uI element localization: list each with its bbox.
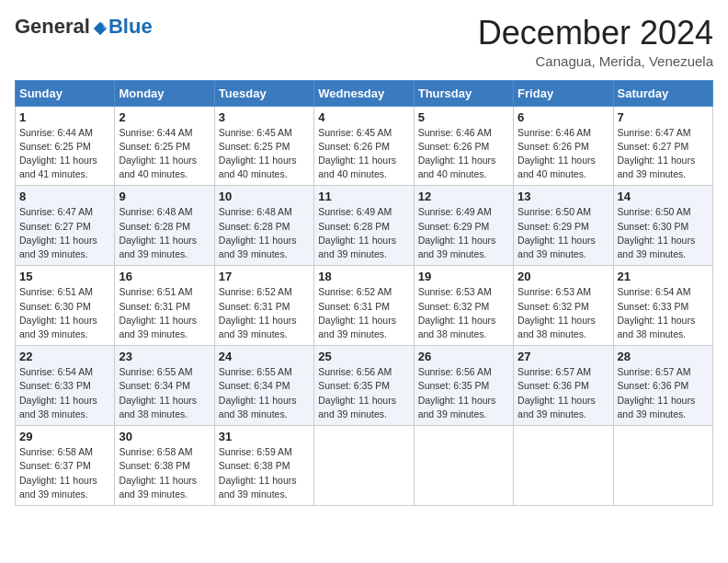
day-info: Sunrise: 6:49 AM Sunset: 6:29 PM Dayligh…	[418, 205, 509, 261]
calendar-week-row: 29Sunrise: 6:58 AM Sunset: 6:37 PM Dayli…	[16, 426, 713, 506]
calendar-header-thursday: Thursday	[414, 80, 513, 106]
calendar-cell: 26Sunrise: 6:56 AM Sunset: 6:35 PM Dayli…	[414, 346, 513, 426]
calendar-header-row: SundayMondayTuesdayWednesdayThursdayFrid…	[16, 80, 713, 106]
day-number: 9	[119, 190, 210, 203]
day-number: 18	[318, 270, 409, 283]
calendar-cell: 20Sunrise: 6:53 AM Sunset: 6:32 PM Dayli…	[514, 266, 613, 346]
calendar-cell: 2Sunrise: 6:44 AM Sunset: 6:25 PM Daylig…	[115, 106, 214, 186]
day-number: 16	[119, 270, 210, 283]
calendar-cell: 13Sunrise: 6:50 AM Sunset: 6:29 PM Dayli…	[514, 186, 613, 266]
calendar-header-saturday: Saturday	[613, 80, 712, 106]
day-number: 31	[219, 430, 310, 443]
calendar-body: 1Sunrise: 6:44 AM Sunset: 6:25 PM Daylig…	[16, 106, 713, 505]
day-info: Sunrise: 6:51 AM Sunset: 6:31 PM Dayligh…	[119, 285, 210, 341]
day-info: Sunrise: 6:55 AM Sunset: 6:34 PM Dayligh…	[119, 365, 210, 421]
calendar-cell: 29Sunrise: 6:58 AM Sunset: 6:37 PM Dayli…	[16, 426, 115, 506]
calendar-header-monday: Monday	[115, 80, 214, 106]
calendar-header-tuesday: Tuesday	[214, 80, 313, 106]
calendar-cell: 18Sunrise: 6:52 AM Sunset: 6:31 PM Dayli…	[314, 266, 414, 346]
calendar-cell: 1Sunrise: 6:44 AM Sunset: 6:25 PM Daylig…	[16, 106, 115, 186]
calendar-cell: 16Sunrise: 6:51 AM Sunset: 6:31 PM Dayli…	[115, 266, 214, 346]
location-text: Canagua, Merida, Venezuela	[478, 53, 713, 69]
day-number: 23	[119, 350, 210, 363]
day-info: Sunrise: 6:58 AM Sunset: 6:37 PM Dayligh…	[19, 445, 110, 501]
day-info: Sunrise: 6:52 AM Sunset: 6:31 PM Dayligh…	[318, 285, 409, 341]
day-info: Sunrise: 6:52 AM Sunset: 6:31 PM Dayligh…	[219, 285, 310, 341]
page-header: General Blue December 2024 Canagua, Meri…	[15, 15, 713, 69]
day-info: Sunrise: 6:57 AM Sunset: 6:36 PM Dayligh…	[618, 365, 709, 421]
calendar-cell: 5Sunrise: 6:46 AM Sunset: 6:26 PM Daylig…	[414, 106, 513, 186]
logo: General Blue	[15, 15, 153, 39]
day-number: 1	[19, 110, 110, 124]
calendar-cell: 24Sunrise: 6:55 AM Sunset: 6:34 PM Dayli…	[214, 346, 313, 426]
calendar-header-friday: Friday	[514, 80, 613, 106]
title-block: December 2024 Canagua, Merida, Venezuela	[478, 15, 713, 69]
calendar-cell: 3Sunrise: 6:45 AM Sunset: 6:25 PM Daylig…	[214, 106, 313, 186]
day-number: 15	[19, 270, 110, 283]
day-number: 29	[19, 430, 110, 443]
calendar-cell: 10Sunrise: 6:48 AM Sunset: 6:28 PM Dayli…	[214, 186, 313, 266]
calendar-cell: 15Sunrise: 6:51 AM Sunset: 6:30 PM Dayli…	[16, 266, 115, 346]
logo-blue-text: Blue	[108, 15, 153, 39]
day-number: 28	[618, 350, 709, 363]
day-number: 12	[418, 190, 509, 203]
day-number: 19	[418, 270, 509, 283]
calendar-cell	[514, 426, 613, 506]
day-number: 20	[518, 270, 609, 283]
calendar-cell: 9Sunrise: 6:48 AM Sunset: 6:28 PM Daylig…	[115, 186, 214, 266]
calendar-table: SundayMondayTuesdayWednesdayThursdayFrid…	[15, 80, 713, 506]
day-info: Sunrise: 6:57 AM Sunset: 6:36 PM Dayligh…	[518, 365, 609, 421]
day-info: Sunrise: 6:48 AM Sunset: 6:28 PM Dayligh…	[219, 205, 310, 261]
day-info: Sunrise: 6:54 AM Sunset: 6:33 PM Dayligh…	[618, 285, 709, 341]
day-number: 7	[618, 110, 709, 124]
day-info: Sunrise: 6:51 AM Sunset: 6:30 PM Dayligh…	[19, 285, 110, 341]
day-number: 25	[318, 350, 409, 363]
calendar-cell: 22Sunrise: 6:54 AM Sunset: 6:33 PM Dayli…	[16, 346, 115, 426]
day-info: Sunrise: 6:44 AM Sunset: 6:25 PM Dayligh…	[19, 126, 110, 182]
day-number: 27	[518, 350, 609, 363]
calendar-cell: 31Sunrise: 6:59 AM Sunset: 6:38 PM Dayli…	[214, 426, 313, 506]
day-number: 8	[19, 190, 110, 203]
calendar-cell: 30Sunrise: 6:58 AM Sunset: 6:38 PM Dayli…	[115, 426, 214, 506]
day-number: 24	[219, 350, 310, 363]
day-number: 13	[518, 190, 609, 203]
calendar-cell	[414, 426, 513, 506]
day-info: Sunrise: 6:56 AM Sunset: 6:35 PM Dayligh…	[418, 365, 509, 421]
day-number: 4	[318, 110, 409, 124]
day-info: Sunrise: 6:54 AM Sunset: 6:33 PM Dayligh…	[19, 365, 110, 421]
calendar-week-row: 15Sunrise: 6:51 AM Sunset: 6:30 PM Dayli…	[16, 266, 713, 346]
calendar-cell: 25Sunrise: 6:56 AM Sunset: 6:35 PM Dayli…	[314, 346, 414, 426]
day-info: Sunrise: 6:48 AM Sunset: 6:28 PM Dayligh…	[119, 205, 210, 261]
month-title: December 2024	[478, 15, 713, 52]
calendar-cell: 7Sunrise: 6:47 AM Sunset: 6:27 PM Daylig…	[613, 106, 712, 186]
calendar-week-row: 22Sunrise: 6:54 AM Sunset: 6:33 PM Dayli…	[16, 346, 713, 426]
calendar-week-row: 1Sunrise: 6:44 AM Sunset: 6:25 PM Daylig…	[16, 106, 713, 186]
calendar-cell: 6Sunrise: 6:46 AM Sunset: 6:26 PM Daylig…	[514, 106, 613, 186]
calendar-week-row: 8Sunrise: 6:47 AM Sunset: 6:27 PM Daylig…	[16, 186, 713, 266]
day-info: Sunrise: 6:55 AM Sunset: 6:34 PM Dayligh…	[219, 365, 310, 421]
calendar-cell	[314, 426, 414, 506]
calendar-cell: 8Sunrise: 6:47 AM Sunset: 6:27 PM Daylig…	[16, 186, 115, 266]
day-number: 30	[119, 430, 210, 443]
day-info: Sunrise: 6:50 AM Sunset: 6:29 PM Dayligh…	[518, 205, 609, 261]
day-info: Sunrise: 6:45 AM Sunset: 6:25 PM Dayligh…	[219, 126, 310, 182]
calendar-cell: 17Sunrise: 6:52 AM Sunset: 6:31 PM Dayli…	[214, 266, 313, 346]
day-info: Sunrise: 6:49 AM Sunset: 6:28 PM Dayligh…	[318, 205, 409, 261]
day-info: Sunrise: 6:50 AM Sunset: 6:30 PM Dayligh…	[618, 205, 709, 261]
calendar-cell: 4Sunrise: 6:45 AM Sunset: 6:26 PM Daylig…	[314, 106, 414, 186]
day-number: 26	[418, 350, 509, 363]
calendar-cell: 27Sunrise: 6:57 AM Sunset: 6:36 PM Dayli…	[514, 346, 613, 426]
day-info: Sunrise: 6:46 AM Sunset: 6:26 PM Dayligh…	[418, 126, 509, 182]
calendar-cell: 23Sunrise: 6:55 AM Sunset: 6:34 PM Dayli…	[115, 346, 214, 426]
day-number: 3	[219, 110, 310, 124]
calendar-cell	[613, 426, 712, 506]
day-number: 17	[219, 270, 310, 283]
day-info: Sunrise: 6:59 AM Sunset: 6:38 PM Dayligh…	[219, 445, 310, 501]
day-info: Sunrise: 6:58 AM Sunset: 6:38 PM Dayligh…	[119, 445, 210, 501]
logo-icon	[92, 18, 108, 35]
day-number: 6	[518, 110, 609, 124]
calendar-cell: 21Sunrise: 6:54 AM Sunset: 6:33 PM Dayli…	[613, 266, 712, 346]
day-number: 5	[418, 110, 509, 124]
calendar-cell: 12Sunrise: 6:49 AM Sunset: 6:29 PM Dayli…	[414, 186, 513, 266]
day-info: Sunrise: 6:53 AM Sunset: 6:32 PM Dayligh…	[518, 285, 609, 341]
